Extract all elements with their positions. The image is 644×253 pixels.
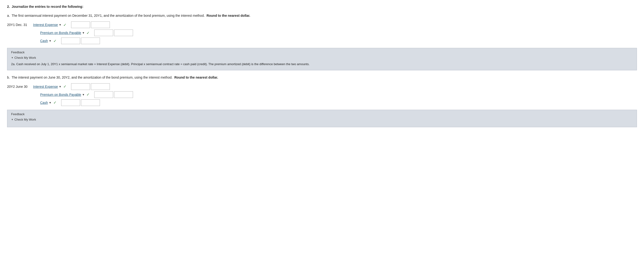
debit-input-3a[interactable]	[61, 37, 80, 44]
account-link-1a[interactable]: Interest Expense	[33, 23, 58, 27]
part-b-instruction: b. The interest payment on June 30, 20Y2…	[7, 75, 637, 80]
account-wrapper-3a: Cash ▼ ✓	[40, 39, 56, 43]
check-my-work-a[interactable]: ▼ Check My Work	[11, 56, 633, 59]
account-wrapper-3b: Cash ▼ ✓	[40, 100, 56, 105]
input-pair-3a	[61, 37, 100, 44]
journal-row-2a: Premium on Bonds Payable ▼ ✓	[7, 29, 637, 36]
account-link-2a[interactable]: Premium on Bonds Payable	[40, 31, 81, 35]
check-mark-1b: ✓	[63, 84, 66, 89]
account-link-3b[interactable]: Cash	[40, 101, 48, 105]
debit-input-1a[interactable]	[71, 21, 90, 28]
account-wrapper-2b: Premium on Bonds Payable ▼ ✓	[40, 92, 90, 97]
input-pair-1a	[71, 21, 110, 28]
credit-input-2a[interactable]	[114, 29, 133, 36]
journal-row-2b: Premium on Bonds Payable ▼ ✓	[7, 91, 637, 98]
feedback-title-b: Feedback	[11, 112, 633, 116]
question-number: 2. Journalize the entries to record the …	[7, 5, 637, 8]
debit-input-2b[interactable]	[94, 91, 113, 98]
feedback-title-a: Feedback	[11, 50, 633, 54]
debit-input-3b[interactable]	[61, 99, 80, 106]
check-my-work-label-b: Check My Work	[14, 118, 36, 121]
account-link-2b[interactable]: Premium on Bonds Payable	[40, 93, 81, 96]
input-pair-1b	[71, 83, 110, 90]
credit-input-3b[interactable]	[81, 99, 100, 106]
part-b-journal: 20Y2 June 30 Interest Expense ▼ ✓ Premiu…	[7, 83, 637, 106]
input-pair-2a	[94, 29, 133, 36]
check-mark-3a: ✓	[54, 39, 56, 43]
journal-row-1a: 20Y1 Dec. 31 Interest Expense ▼ ✓	[7, 21, 637, 28]
triangle-icon-a: ▼	[11, 56, 14, 59]
journal-row-1b: 20Y2 June 30 Interest Expense ▼ ✓	[7, 83, 637, 90]
check-mark-2b: ✓	[86, 92, 90, 97]
check-my-work-label-a: Check My Work	[14, 56, 36, 59]
debit-input-1b[interactable]	[71, 83, 90, 90]
account-wrapper-1a: Interest Expense ▼ ✓	[33, 23, 66, 27]
account-wrapper-1b: Interest Expense ▼ ✓	[33, 84, 66, 89]
check-mark-3b: ✓	[54, 100, 56, 105]
feedback-section-b: Feedback ▼ Check My Work	[7, 110, 637, 127]
credit-input-1a[interactable]	[91, 21, 110, 28]
journal-row-3b: Cash ▼ ✓	[7, 99, 637, 106]
account-link-3a[interactable]: Cash	[40, 39, 48, 43]
feedback-text-a: 2a. Cash received on July 1, 20Y1 x semi…	[11, 62, 633, 67]
date-label-a: 20Y1 Dec. 31	[7, 23, 33, 27]
journal-row-3a: Cash ▼ ✓	[7, 37, 637, 44]
dropdown-arrow-2b[interactable]: ▼	[82, 93, 85, 96]
dropdown-arrow-2a[interactable]: ▼	[82, 31, 85, 34]
triangle-icon-b: ▼	[11, 118, 14, 121]
dropdown-arrow-3a[interactable]: ▼	[49, 39, 52, 42]
check-my-work-b[interactable]: ▼ Check My Work	[11, 118, 633, 121]
dropdown-arrow-1b[interactable]: ▼	[59, 85, 62, 88]
part-a-journal: 20Y1 Dec. 31 Interest Expense ▼ ✓ Premiu…	[7, 21, 637, 44]
debit-input-2a[interactable]	[94, 29, 113, 36]
dropdown-arrow-3b[interactable]: ▼	[49, 101, 52, 104]
date-label-b: 20Y2 June 30	[7, 85, 33, 88]
credit-input-3a[interactable]	[81, 37, 100, 44]
part-a-instruction: a. The first semiannual interest payment…	[7, 13, 637, 18]
credit-input-1b[interactable]	[91, 83, 110, 90]
account-link-1b[interactable]: Interest Expense	[33, 85, 58, 88]
check-mark-1a: ✓	[63, 23, 66, 27]
feedback-section-a: Feedback ▼ Check My Work 2a. Cash receiv…	[7, 48, 637, 70]
input-pair-2b	[94, 91, 133, 98]
account-wrapper-2a: Premium on Bonds Payable ▼ ✓	[40, 31, 90, 35]
credit-input-2b[interactable]	[114, 91, 133, 98]
dropdown-arrow-1a[interactable]: ▼	[59, 23, 62, 26]
input-pair-3b	[61, 99, 100, 106]
check-mark-2a: ✓	[86, 31, 90, 35]
